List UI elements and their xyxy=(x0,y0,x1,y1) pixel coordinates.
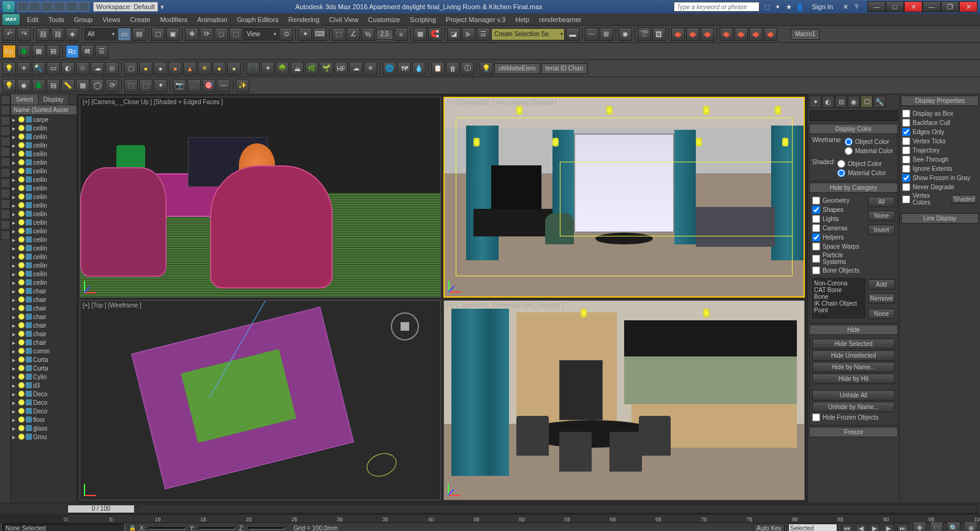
trash-icon[interactable]: 🗑 xyxy=(446,62,459,75)
teapot2-icon[interactable]: 🫖 xyxy=(734,28,748,41)
visibility-bulb-icon[interactable] xyxy=(18,262,24,268)
scene-item[interactable]: ▸Deco xyxy=(11,398,77,407)
scene-item[interactable]: ▸Curta xyxy=(11,364,77,372)
freeze-icon[interactable] xyxy=(26,288,32,294)
camera-icon[interactable]: 📷 xyxy=(173,79,186,92)
selection-filter-dropdown[interactable]: All xyxy=(85,28,116,40)
filter-icon[interactable] xyxy=(1,209,10,219)
material-id-label[interactable]: terial ID Chan xyxy=(541,63,587,74)
scene-item[interactable]: ▸Curta xyxy=(11,355,77,364)
redo-icon[interactable] xyxy=(66,2,77,12)
freeze-icon[interactable] xyxy=(26,331,32,337)
display-prop-checkbox[interactable] xyxy=(902,146,910,154)
create-selection-set-dropdown[interactable]: Create Selection Se xyxy=(491,28,565,40)
invert-button[interactable]: Invert xyxy=(868,225,895,235)
minimize-button[interactable]: — xyxy=(867,1,886,12)
freeze-icon[interactable] xyxy=(26,314,32,320)
tree-icon[interactable]: 🌲 xyxy=(17,45,31,58)
trees-icon[interactable]: 🌲 xyxy=(32,79,45,92)
detach-icon[interactable]: ⬚ xyxy=(139,79,153,92)
list-item[interactable]: CAT Bone xyxy=(814,287,864,293)
filter-icon[interactable] xyxy=(1,157,10,167)
tab-display[interactable]: Display xyxy=(39,94,69,105)
display-prop-checkbox[interactable] xyxy=(902,128,910,136)
display-prop-checkbox[interactable] xyxy=(902,195,910,203)
sun-icon[interactable]: ☉ xyxy=(76,62,89,75)
schematic-icon[interactable]: ⊞ xyxy=(600,28,613,41)
scene-item[interactable]: ▸chair xyxy=(11,312,77,321)
scene-item[interactable]: ▸chair xyxy=(11,338,77,347)
scene-item[interactable]: ▸floor xyxy=(11,415,77,424)
scene-item[interactable]: ▸ceilin xyxy=(11,158,77,167)
scene-item[interactable]: ▸ceilin xyxy=(11,184,77,192)
photometric-icon[interactable]: ◐ xyxy=(61,62,75,75)
category-checkbox[interactable] xyxy=(812,266,820,274)
freeze-icon[interactable] xyxy=(26,134,32,140)
freeze-icon[interactable] xyxy=(26,382,32,388)
wand-icon[interactable]: ✨ xyxy=(236,79,249,92)
viewport-bottom-left[interactable]: [+] [Top ] [Wireframe ] xyxy=(80,300,441,501)
modify-tab-icon[interactable]: ◐ xyxy=(822,96,834,108)
freeze-icon[interactable] xyxy=(26,254,32,260)
visibility-bulb-icon[interactable] xyxy=(18,271,24,277)
display-tab-icon[interactable]: 🖵 xyxy=(861,96,873,108)
scene-item[interactable]: ▸ceilin xyxy=(11,141,77,149)
scale-icon[interactable]: □ xyxy=(214,28,228,41)
list-item[interactable]: Non-Corona xyxy=(814,280,864,287)
scene-list[interactable]: ▸carpe▸ceilin▸ceilin▸ceilin▸ceilin▸ceili… xyxy=(11,115,77,503)
scene-item[interactable]: ▸d3 xyxy=(11,381,77,390)
workspace-selector[interactable]: Workspace: Default ▾ xyxy=(93,2,164,12)
visibility-bulb-icon[interactable] xyxy=(18,339,24,345)
freeze-icon[interactable] xyxy=(26,168,32,174)
visibility-bulb-icon[interactable] xyxy=(18,168,24,174)
rollout-hide-category[interactable]: Hide by Category xyxy=(809,183,898,193)
scene-item[interactable]: ▸chair xyxy=(11,321,77,330)
freeze-icon[interactable] xyxy=(26,416,32,423)
scene-item[interactable]: ▸ceilin xyxy=(11,167,77,175)
keyboard-icon[interactable]: ⌨ xyxy=(313,28,326,41)
hide-unselected-button[interactable]: Hide Unselected xyxy=(812,350,895,361)
layers-icon[interactable]: ☰ xyxy=(477,28,490,41)
remove-button[interactable]: Remove xyxy=(868,293,895,304)
render-prod-icon[interactable]: 🫖 xyxy=(671,28,685,41)
visibility-bulb-icon[interactable] xyxy=(18,348,24,354)
create-tab-icon[interactable]: ✦ xyxy=(809,96,821,108)
display-prop-checkbox[interactable] xyxy=(902,119,910,127)
scene-item[interactable]: ▸ceilin xyxy=(11,269,77,278)
menu-edit[interactable]: Edit xyxy=(22,15,43,24)
visibility-bulb-icon[interactable] xyxy=(18,116,24,122)
freeze-icon[interactable] xyxy=(26,348,32,354)
restore-button[interactable]: ❐ xyxy=(941,1,959,12)
visibility-bulb-icon[interactable] xyxy=(18,279,24,285)
time-ruler[interactable]: 0510152025303540455055606570758085909510… xyxy=(67,514,978,522)
move-icon[interactable]: ✥ xyxy=(185,28,198,41)
hide-by-hit-button[interactable]: Hide by Hit xyxy=(812,374,895,384)
list-item[interactable]: Point xyxy=(814,307,864,314)
menu-scripting[interactable]: Scripting xyxy=(405,15,441,24)
freeze-icon[interactable] xyxy=(26,305,32,311)
visibility-bulb-icon[interactable] xyxy=(18,356,24,363)
undo-icon[interactable]: ↶ xyxy=(2,28,16,41)
visibility-bulb-icon[interactable] xyxy=(18,134,24,140)
droplet-icon[interactable]: 💧 xyxy=(412,62,426,75)
next-frame-icon[interactable]: ▶ xyxy=(883,524,894,532)
visibility-bulb-icon[interactable] xyxy=(18,434,24,440)
menu-animation[interactable]: Animation xyxy=(192,15,232,24)
target-icon[interactable]: 🎯 xyxy=(202,79,216,92)
rollout-hide[interactable]: Hide xyxy=(809,325,898,335)
grid2-icon[interactable]: ▦ xyxy=(76,79,89,92)
visibility-bulb-icon[interactable] xyxy=(18,314,24,320)
menu-help[interactable]: Help xyxy=(510,15,534,24)
sun3-icon[interactable]: ☀ xyxy=(364,62,377,75)
layers2-icon[interactable]: ▤ xyxy=(47,79,60,92)
menu-project-manager[interactable]: Project Manager v.3 xyxy=(441,15,511,24)
close-button[interactable]: ✕ xyxy=(904,1,922,12)
category-checkbox[interactable] xyxy=(812,255,820,263)
rotate-icon[interactable]: ⟳ xyxy=(200,28,213,41)
freeze-icon[interactable] xyxy=(26,408,32,414)
prev-frame-icon[interactable]: ◀ xyxy=(856,524,867,532)
freeze-icon[interactable] xyxy=(26,185,32,191)
tree2-icon[interactable]: 🌳 xyxy=(276,62,289,75)
select-object-icon[interactable]: ▭ xyxy=(118,28,131,41)
filter-icon[interactable] xyxy=(1,95,10,105)
